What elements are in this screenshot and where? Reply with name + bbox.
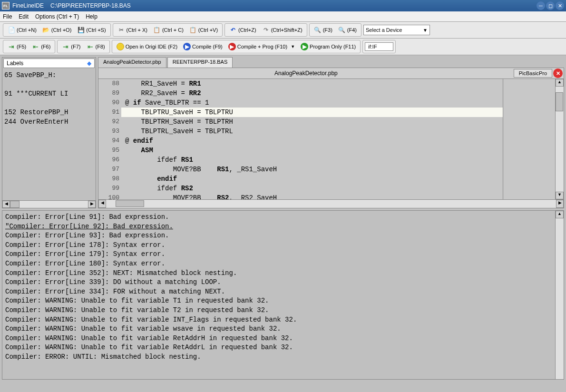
code-line[interactable]: TBLPTRU_SaveH = TBLPTRU bbox=[121, 108, 503, 117]
output-line[interactable]: Compiler: WARNING: Unable to fit variabl… bbox=[5, 343, 552, 353]
app-name: FineLineIDE bbox=[12, 2, 44, 9]
scroll-left-icon[interactable]: ◀ bbox=[2, 201, 10, 208]
line-number: 89 bbox=[98, 88, 119, 98]
menu-file[interactable]: File bbox=[3, 13, 12, 20]
line-number: 90 bbox=[98, 98, 119, 108]
label-item[interactable]: 152 RestorePBP_H bbox=[4, 108, 94, 118]
code-line[interactable]: endif bbox=[121, 174, 503, 184]
code-content[interactable]: RR1_SaveH = RR1 RR2_SaveH = RR2@ if Save… bbox=[121, 79, 503, 199]
output-line[interactable]: Compiler: WARNING: Unable to fit variabl… bbox=[5, 306, 552, 315]
magnifier-icon: 🔍 bbox=[314, 26, 322, 34]
scroll-up-icon[interactable]: ▲ bbox=[556, 79, 564, 87]
labels-dropdown[interactable]: Labels ◆ bbox=[3, 59, 95, 68]
output-line[interactable]: Compiler: Error[Line 339]: DO without a … bbox=[5, 278, 552, 287]
open-folder-icon: 📂 bbox=[42, 26, 50, 34]
output-line[interactable]: Compiler: WARNING: Unable to fit variabl… bbox=[5, 315, 552, 325]
code-line[interactable]: ASM bbox=[121, 146, 503, 155]
hscroll-left-icon[interactable]: ◀ bbox=[98, 200, 106, 208]
new-button[interactable]: 📄(Ctrl +N) bbox=[5, 25, 39, 35]
titlebar: FL FineLineIDE C:\PBP\REENTERPBP-18.BAS … bbox=[0, 0, 566, 11]
label-item[interactable] bbox=[4, 80, 94, 90]
output-line[interactable]: Compiler: Error[Line 93]: Bad expression… bbox=[5, 231, 552, 241]
compiler-output[interactable]: Compiler: Error[Line 91]: Bad expression… bbox=[2, 211, 555, 379]
cut-button[interactable]: ✂(Ctrl + X) bbox=[115, 25, 150, 35]
vscroll-thumb[interactable] bbox=[556, 92, 563, 111]
f5-button[interactable]: ⇥(F5) bbox=[5, 42, 29, 51]
menu-options[interactable]: Options (Ctrl + T) bbox=[35, 13, 79, 20]
code-line[interactable]: ifdef RS1 bbox=[121, 155, 503, 165]
code-line[interactable]: @ if Save_TBLPTR == 1 bbox=[121, 98, 503, 108]
code-line[interactable]: TBLPTRH_SaveH = TBLPTRH bbox=[121, 117, 503, 127]
label-item[interactable]: 244 OverReEnterH bbox=[4, 118, 94, 127]
label-item[interactable]: 91 ***CURRENT LI bbox=[4, 89, 94, 99]
label-item[interactable]: 65 SavePBP_H: bbox=[4, 71, 94, 80]
indent-icon: ⇥ bbox=[8, 43, 15, 50]
output-line[interactable]: "Compiler: Error[Line 92]: Bad expressio… bbox=[5, 222, 552, 232]
close-window-button[interactable]: ✕ bbox=[556, 1, 564, 10]
output-line[interactable]: Compiler: WARNING: Unable to fit variabl… bbox=[5, 324, 552, 334]
editor-vscroll[interactable]: ▲ ▼ bbox=[555, 79, 564, 199]
code-line[interactable]: MOVE?BB RS1, _RS1_SaveH bbox=[121, 165, 503, 174]
editor-hscroll[interactable]: ◀ ▶ bbox=[98, 200, 564, 208]
f7-button[interactable]: ⇥(F7) bbox=[59, 42, 83, 51]
main-area: Labels ◆ 65 SavePBP_H: 91 ***CURRENT LI … bbox=[0, 55, 566, 210]
line-number: 99 bbox=[98, 184, 119, 193]
code-line[interactable]: RR1_SaveH = RR1 bbox=[121, 79, 503, 88]
labels-list[interactable]: 65 SavePBP_H: 91 ***CURRENT LI 152 Resto… bbox=[2, 69, 96, 200]
redo-button[interactable]: ↷(Ctrl+Shift+Z) bbox=[260, 25, 305, 35]
scroll-right-icon[interactable]: ▶ bbox=[88, 201, 96, 208]
right-margin bbox=[503, 79, 555, 199]
output-vscroll[interactable]: ▲ bbox=[555, 211, 564, 379]
output-scroll-up-icon[interactable]: ▲ bbox=[556, 211, 564, 218]
code-line[interactable]: MOVE?BB RS2, RS2 SaveH bbox=[121, 193, 503, 200]
code-area[interactable]: 888990919293949596979899100 RR1_SaveH = … bbox=[98, 79, 564, 200]
replace-button[interactable]: 🔍(F4) bbox=[336, 25, 359, 35]
compile-button[interactable]: ▶Compile (F9) bbox=[181, 42, 225, 51]
code-line[interactable]: RR2_SaveH = RR2 bbox=[121, 88, 503, 98]
output-line[interactable]: Compiler: Error[Line 91]: Bad expression… bbox=[5, 213, 552, 222]
label-item[interactable] bbox=[4, 99, 94, 108]
output-line[interactable]: Compiler: Error[Line 352]: NEXT: Mismatc… bbox=[5, 269, 552, 278]
code-line[interactable]: @ endif bbox=[121, 136, 503, 146]
scroll-down-icon[interactable]: ▼ bbox=[556, 192, 564, 199]
paste-button[interactable]: 📋(Ctrl +V) bbox=[187, 25, 220, 35]
dropdown-icon[interactable]: ▼ bbox=[291, 44, 295, 49]
maximize-button[interactable]: ◻ bbox=[546, 1, 555, 10]
save-button[interactable]: 💾(Ctrl +S) bbox=[75, 25, 108, 35]
copy-button[interactable]: 📋(Ctrl + C) bbox=[151, 25, 186, 35]
device-select[interactable]: Select a Device ▼ bbox=[363, 25, 430, 35]
output-line[interactable]: Compiler: WARNING: Unable to fit variabl… bbox=[5, 334, 552, 343]
output-line[interactable]: Compiler: Error[Line 180]: Syntax error. bbox=[5, 259, 552, 269]
language-badge: PicBasicPro bbox=[514, 69, 552, 78]
blue-play-icon: ▶ bbox=[183, 43, 191, 50]
device-select-text: Select a Device bbox=[366, 27, 402, 33]
green-play-icon: ▶ bbox=[301, 43, 308, 50]
output-line[interactable]: Compiler: Error[Line 179]: Syntax error. bbox=[5, 250, 552, 259]
window-controls: ─ ◻ ✕ bbox=[537, 1, 564, 10]
output-line[interactable]: Compiler: Error[Line 334]: FOR without a… bbox=[5, 287, 552, 297]
minimize-button[interactable]: ─ bbox=[537, 1, 545, 10]
open-button[interactable]: 📂(Ctrl +O) bbox=[40, 25, 74, 35]
output-line[interactable]: Compiler: WARNING: Unable to fit variabl… bbox=[5, 296, 552, 306]
find-button[interactable]: 🔍(F3) bbox=[312, 25, 335, 35]
labels-hscroll[interactable]: ◀ ▶ bbox=[2, 200, 96, 208]
output-line[interactable]: Compiler: ERROR: UNTIL: Mismatched block… bbox=[5, 353, 552, 362]
open-origi-button[interactable]: Open in Origi IDE (F2) bbox=[114, 42, 180, 51]
code-line[interactable]: TBLPTRL_SaveH = TBLPTRL bbox=[121, 127, 503, 136]
program-only-button[interactable]: ▶Program Only (F11) bbox=[298, 42, 358, 51]
f6-button[interactable]: ⇤(F6) bbox=[29, 42, 53, 51]
hscroll-right-icon[interactable]: ▶ bbox=[556, 200, 564, 208]
menu-edit[interactable]: Edit bbox=[19, 13, 29, 20]
toolbar-row-2: ⇥(F5) ⇤(F6) ⇥(F7) ⇤(F8) Open in Origi ID… bbox=[0, 39, 566, 55]
tab-reenter[interactable]: REENTERPBP-18.BAS bbox=[167, 57, 233, 68]
compile-prog-button[interactable]: ▶Compile + Prog (F10)▼ bbox=[226, 42, 297, 51]
editor-hscroll-thumb[interactable] bbox=[116, 200, 144, 207]
output-line[interactable]: Compiler: Error[Line 178]: Syntax error. bbox=[5, 241, 552, 250]
hscroll-thumb[interactable] bbox=[10, 201, 20, 208]
code-line[interactable]: ifdef RS2 bbox=[121, 184, 503, 193]
close-tab-button[interactable]: ✕ bbox=[553, 69, 563, 78]
menu-help[interactable]: Help bbox=[86, 13, 98, 20]
f8-button[interactable]: ⇤(F8) bbox=[84, 42, 107, 51]
tab-analog[interactable]: AnalogPeakDetector.pbp bbox=[98, 57, 166, 68]
undo-button[interactable]: ↶(Ctrl+Z) bbox=[227, 25, 259, 35]
